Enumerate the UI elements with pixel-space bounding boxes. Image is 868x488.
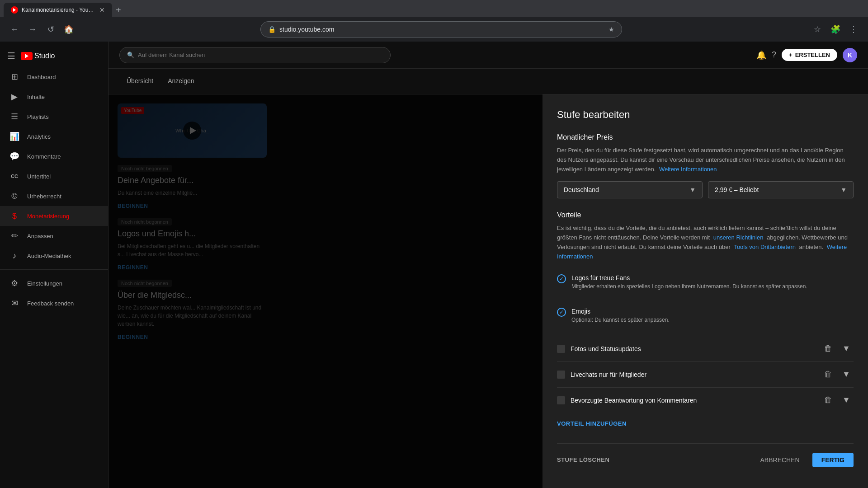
menu-btn[interactable]: ⋮ [846, 22, 861, 37]
urheberrecht-icon: © [9, 191, 20, 202]
sidebar-label-playlists: Playlists [27, 113, 49, 120]
kommentare-delete-btn[interactable]: 🗑 [821, 393, 835, 408]
modal: Stufe bearbeiten Monatlicher Preis Der P… [542, 94, 868, 488]
add-benefit-button[interactable]: VORTEIL HINZUFÜGEN [557, 417, 627, 431]
modal-title: Stufe bearbeiten [557, 109, 854, 121]
sidebar-item-audio[interactable]: ♪ Audio-Mediathek [0, 246, 108, 266]
sidebar-label-audio: Audio-Mediathek [27, 253, 71, 259]
nav-divider [0, 269, 108, 270]
home-button[interactable]: 🏠 [61, 22, 76, 37]
emojis-title: Emojis [571, 308, 670, 315]
bookmark-btn[interactable]: ☆ [810, 22, 825, 37]
logos-content: Logos für treue Fans Mitglieder erhalten… [571, 274, 807, 290]
fotos-label: Fotos und Statusupdates [571, 345, 816, 352]
sidebar-item-inhalte[interactable]: ▶ Inhalte [0, 87, 108, 107]
price-value: 2,99 € – Beliebt [715, 186, 759, 193]
play-icon [25, 54, 28, 58]
livechats-expand-btn[interactable]: ▼ [839, 367, 854, 382]
address-bar[interactable]: 🔒 studio.youtube.com ★ [260, 21, 622, 38]
done-button[interactable]: FERTIG [812, 453, 854, 467]
sidebar-item-playlists[interactable]: ☰ Playlists [0, 107, 108, 127]
price-more-info-link[interactable]: Weitere Informationen [659, 166, 717, 173]
country-arrow: ▼ [689, 186, 696, 193]
browser-tab[interactable]: Kanalmonetarisierung - YouTu... ✕ [4, 3, 112, 17]
logos-desc: Mitglieder erhalten ein spezielles Logo … [571, 283, 807, 290]
content-tabs: Übersicht Anzeigen [108, 69, 868, 94]
sidebar-item-analytics[interactable]: 📊 Analytics [0, 127, 108, 146]
help-btn[interactable]: ? [772, 50, 776, 60]
sidebar-item-monetarisierung[interactable]: $ Monetarisierung [0, 206, 108, 226]
footer-actions: ABBRECHEN FERTIG [753, 453, 854, 467]
sidebar-item-untertitel[interactable]: CC Untertitel [0, 166, 108, 186]
country-select[interactable]: Deutschland ▼ [557, 181, 703, 198]
sidebar-label-kommentare: Kommentare [27, 153, 61, 160]
kommentare-expand-btn[interactable]: ▼ [839, 393, 854, 408]
analytics-icon: 📊 [9, 131, 20, 142]
url-text: studio.youtube.com [279, 26, 605, 33]
anpassen-icon: ✏ [9, 230, 20, 241]
tab-title: Kanalmonetarisierung - YouTu... [22, 7, 96, 13]
notifications-btn[interactable]: 🔔 [756, 50, 766, 60]
sidebar-item-dashboard[interactable]: ⊞ Dashboard [0, 67, 108, 87]
logos-check: ✓ [559, 276, 564, 282]
cancel-button[interactable]: ABBRECHEN [753, 453, 807, 467]
price-section-title: Monatlicher Preis [557, 133, 854, 141]
new-tab-button[interactable]: + [112, 3, 125, 17]
emojis-check: ✓ [559, 309, 564, 315]
create-btn[interactable]: + ERSTELLEN [782, 49, 837, 61]
kommentare-checkbox[interactable] [557, 396, 565, 404]
price-section: Monatlicher Preis Der Preis, den du für … [557, 133, 854, 198]
tab-ubersicht[interactable]: Übersicht [119, 69, 160, 94]
refresh-button[interactable]: ↺ [43, 22, 58, 37]
drittanbieter-link[interactable]: Tools von Drittanbietern [734, 244, 796, 250]
sidebar: ☰ Studio ⊞ Dashboard ▶ Inhalte ☰ Playlis… [0, 42, 108, 488]
price-select[interactable]: 2,99 € – Beliebt ▼ [708, 181, 854, 198]
richtlinien-link[interactable]: unseren Richtlinien [713, 234, 764, 241]
back-button[interactable]: ← [7, 22, 22, 37]
benefit-row-fotos: Fotos und Statusupdates 🗑 ▼ [557, 336, 854, 361]
sidebar-nav: ⊞ Dashboard ▶ Inhalte ☰ Playlists 📊 Anal… [0, 67, 108, 488]
feedback-icon: ✉ [9, 298, 20, 309]
sidebar-item-einstellungen[interactable]: ⚙ Einstellungen [0, 273, 108, 293]
extensions-btn[interactable]: 🧩 [828, 22, 843, 37]
fotos-delete-btn[interactable]: 🗑 [821, 342, 835, 356]
search-bar[interactable]: 🔍 [119, 47, 391, 63]
sidebar-label-dashboard: Dashboard [27, 74, 56, 80]
sidebar-item-kommentare[interactable]: 💬 Kommentare [0, 146, 108, 166]
fotos-expand-btn[interactable]: ▼ [839, 342, 854, 356]
sidebar-item-anpassen[interactable]: ✏ Anpassen [0, 226, 108, 246]
benefits-section-title: Vorteile [557, 211, 854, 219]
modal-footer: STUFE LÖSCHEN ABBRECHEN FERTIG [557, 443, 854, 467]
sidebar-item-feedback[interactable]: ✉ Feedback senden [0, 293, 108, 313]
livechats-delete-btn[interactable]: 🗑 [821, 367, 835, 382]
tab-close-btn[interactable]: ✕ [99, 6, 105, 14]
forward-button[interactable]: → [25, 22, 40, 37]
kommentare-icon: 💬 [9, 151, 20, 162]
delete-stufe-btn[interactable]: STUFE LÖSCHEN [557, 456, 609, 463]
inhalte-icon: ▶ [9, 91, 20, 102]
country-value: Deutschland [564, 186, 599, 193]
avatar[interactable]: K [843, 48, 857, 62]
sidebar-label-inhalte: Inhalte [27, 94, 45, 100]
sidebar-label-monetarisierung: Monetarisierung [27, 213, 69, 220]
content-area: YouTube Why Use Cha_ Noch nicht begonnen… [108, 94, 868, 488]
logos-title: Logos für treue Fans [571, 274, 807, 282]
benefit-emojis: ✓ Emojis Optional: Du kannst es später a… [557, 302, 854, 328]
benefit-row-kommentare: Bevorzugte Beantwortung von Kommentaren … [557, 387, 854, 413]
studio-label: Studio [34, 52, 55, 60]
livechats-checkbox[interactable] [557, 371, 565, 379]
search-input[interactable] [138, 52, 383, 58]
playlists-icon: ☰ [9, 111, 20, 122]
einstellungen-icon: ⚙ [9, 278, 20, 289]
hamburger-menu[interactable]: ☰ [7, 51, 15, 61]
fotos-checkbox[interactable] [557, 345, 565, 353]
sidebar-label-einstellungen: Einstellungen [27, 280, 62, 287]
emojis-content: Emojis Optional: Du kannst es später anp… [571, 308, 670, 323]
emojis-check-icon: ✓ [557, 308, 566, 317]
header-actions: 🔔 ? + ERSTELLEN K [756, 48, 857, 62]
sidebar-label-urheberrecht: Urheberrecht [27, 193, 61, 200]
tab-anzeigen[interactable]: Anzeigen [160, 69, 201, 94]
sidebar-item-urheberrecht[interactable]: © Urheberrecht [0, 186, 108, 206]
main-area: 🔍 🔔 ? + ERSTELLEN K Übersicht Anzeigen [108, 42, 868, 488]
kommentare-actions: 🗑 ▼ [821, 393, 854, 408]
